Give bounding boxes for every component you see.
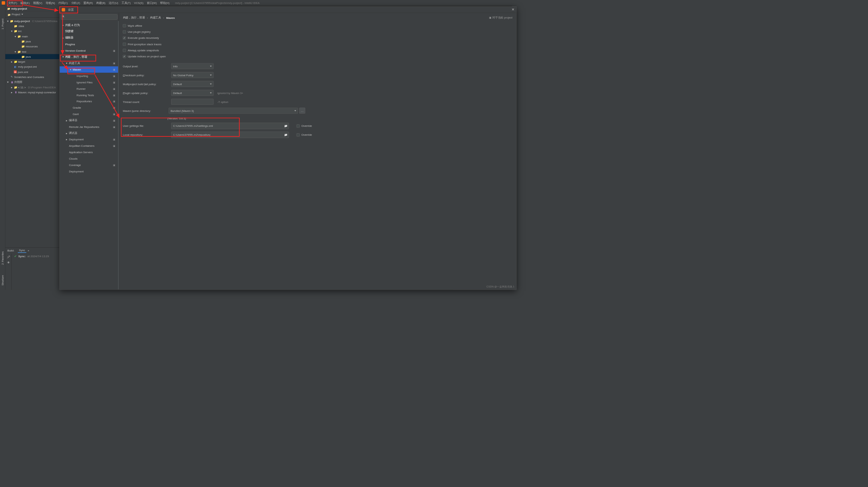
tree-maven-lib[interactable]: Maven: mysql:mysql-connector [5,90,59,95]
twistie-icon[interactable] [14,35,17,38]
menu-window[interactable]: 窗口(W) [145,0,158,6]
twistie-icon[interactable] [66,62,68,65]
combo-plugin-update[interactable]: Default [171,90,214,96]
settings-tree-row[interactable]: Gradle [60,104,118,111]
bc-0[interactable]: 构建，执行，部署 [123,16,145,20]
checkbox[interactable] [123,30,126,33]
settings-tree-row[interactable]: 编辑器 [60,35,118,41]
settings-search-input[interactable] [61,14,118,20]
input-thread-count[interactable] [171,99,214,105]
tree-row[interactable]: mdy-porject.iml [5,64,59,69]
twistie-icon[interactable] [62,55,64,58]
twistie-icon[interactable] [66,138,68,141]
tree-row[interactable]: target [5,59,59,64]
folder-icon[interactable] [284,133,288,136]
settings-tree-row[interactable]: Application Servers [60,149,118,155]
settings-tree-row[interactable]: Clouds [60,155,118,162]
settings-tree-row[interactable]: Repositories [60,98,118,104]
checkbox-row[interactable]: Print exception stack traces [123,41,513,47]
menu-run[interactable]: 运行(U) [107,0,120,6]
twistie-icon[interactable] [62,49,64,52]
checkbox[interactable] [123,49,126,52]
browse-button[interactable] [299,108,305,114]
tree-row[interactable]: src [5,29,59,33]
tree-row[interactable]: main [5,34,59,39]
menu-tools[interactable]: 工具(T) [120,0,132,6]
settings-tree-row[interactable]: Plugins [60,41,118,47]
settings-tree-row[interactable]: Maven [60,66,118,73]
menu-refactor[interactable]: 重构(R) [82,0,95,6]
checkbox[interactable] [297,124,300,128]
checkbox-row[interactable]: Always update snapshots [123,47,513,53]
menu-build[interactable]: 构建(B) [94,0,107,6]
menu-vcs[interactable]: VCS(S) [132,0,145,6]
close-icon[interactable]: ✕ [512,7,514,11]
input-local-repo[interactable]: C:\Users\37955\.m2\repository [171,131,289,138]
bc-1[interactable]: 构建工具 [150,16,161,20]
checkbox[interactable] [123,24,126,27]
tree-row[interactable]: java [5,39,59,44]
menu-help[interactable]: 帮助(H) [158,0,171,6]
combo-output-level[interactable]: Info [171,63,214,69]
menu-code[interactable]: 代码(C) [57,0,70,6]
twistie-icon[interactable] [10,60,13,63]
twistie-icon[interactable] [66,119,68,122]
settings-tree-row[interactable]: 构建，执行，部署 [60,54,118,60]
settings-tree-row[interactable]: Coverage [60,162,118,168]
settings-tree-row[interactable]: Remote Jar Repositories [60,124,118,130]
settings-tree-row[interactable]: 外观 & 行为 [60,22,118,28]
tree-scratches[interactable]: Scratches and Consoles [5,74,59,79]
close-icon[interactable]: × [28,249,30,252]
menu-view[interactable]: 视图(V) [31,0,44,6]
project-pane-header[interactable]: Project [5,11,59,18]
pin-icon[interactable] [7,255,10,258]
tree-jdk[interactable]: < 11 > D:\Program Files\IDEA [5,84,59,89]
tree-root[interactable]: mdy-porject C:\Users\37955\Idea [5,19,59,24]
twistie-icon[interactable] [10,90,13,94]
settings-tree-row[interactable]: Ignored Files [60,79,118,86]
tree-row[interactable]: java [5,54,59,59]
tree-row[interactable]: pom.xml [5,69,59,74]
settings-tree-row[interactable]: 快捷键 [60,28,118,35]
checkbox[interactable] [123,43,126,46]
combo-multiproj[interactable]: Default [171,81,214,87]
twistie-icon[interactable] [10,86,13,89]
menu-navigate[interactable]: 导航(N) [44,0,57,6]
combo-maven-home[interactable]: Bundled (Maven 3) [169,108,298,114]
menu-analyze[interactable]: 分析(Z) [70,0,82,6]
settings-tree-row[interactable]: Importing [60,73,118,79]
twistie-icon[interactable] [62,36,64,39]
twistie-icon[interactable] [6,19,9,22]
override-local-repo[interactable]: Override [297,133,312,136]
twistie-icon[interactable] [10,30,13,33]
tree-row[interactable]: .idea [5,24,59,29]
twistie-icon[interactable] [70,68,72,71]
tree-row[interactable]: test [5,49,59,54]
tree-ext-libs[interactable]: 外部库 [5,79,59,84]
eye-icon[interactable] [7,261,10,264]
settings-tree-row[interactable]: Deployment [60,168,118,175]
combo-checksum[interactable]: No Global Policy [171,72,214,78]
settings-tree-row[interactable]: 构建工具 [60,60,118,66]
settings-tree-row[interactable]: Version Control [60,47,118,54]
build-tab-sync[interactable]: Sync [18,248,26,253]
twistie-icon[interactable] [66,131,68,135]
settings-tree-row[interactable]: Deployment [60,136,118,143]
gutter-project[interactable]: 1: Project [1,19,4,29]
twistie-icon[interactable] [14,50,17,53]
settings-tree-row[interactable]: Arquillian Containers [60,143,118,149]
crumb-project[interactable]: mdy-porject [11,7,27,10]
twistie-icon[interactable] [62,24,64,27]
tree-row[interactable]: resources [5,44,59,49]
folder-icon[interactable] [284,124,288,128]
menu-file[interactable]: 文件(F) [6,0,19,6]
checkbox[interactable] [123,55,126,58]
override-user-settings[interactable]: Override [297,124,312,128]
checkbox[interactable] [123,36,126,40]
settings-tree-row[interactable]: 编译器 [60,117,118,124]
twistie-icon[interactable] [6,81,9,84]
settings-tree-row[interactable]: Gant [60,111,118,117]
checkbox[interactable] [297,133,300,136]
menu-edit[interactable]: 编辑(E) [19,0,31,6]
input-user-settings[interactable]: C:\Users\37955\.m2\settings.xml [171,123,289,129]
